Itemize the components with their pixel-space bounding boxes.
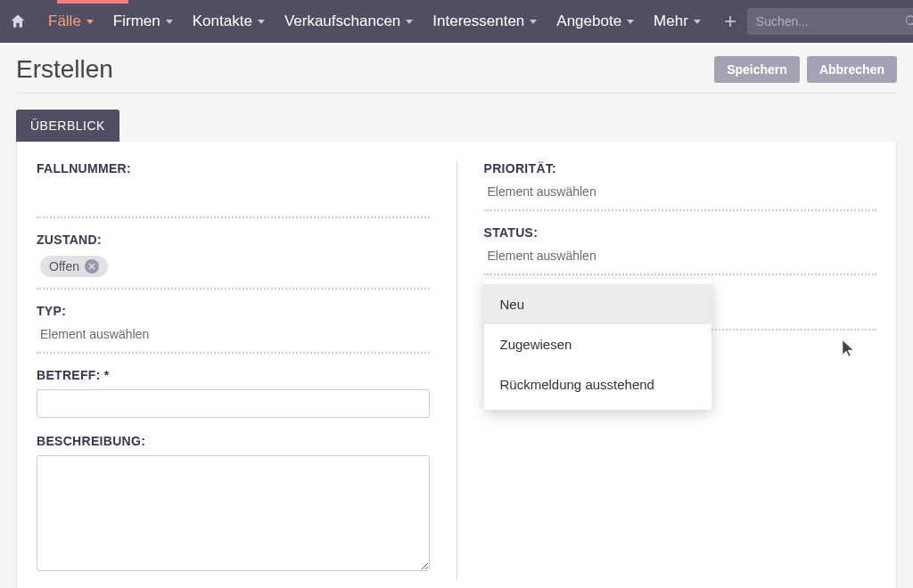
nav-label: Mehr xyxy=(654,12,688,30)
nav-label: Verkaufschancen xyxy=(284,12,400,30)
chevron-down-icon xyxy=(86,20,94,24)
nav-label: Angebote xyxy=(556,12,621,30)
cursor-icon xyxy=(842,339,854,357)
beschreibung-textarea[interactable] xyxy=(37,455,430,571)
status-option-neu[interactable]: Neu xyxy=(484,284,711,324)
right-column: PRIORITÄT: Element auswählen STATUS: Ele… xyxy=(484,161,877,580)
nav-item-angebote[interactable]: Angebote xyxy=(549,7,641,36)
nav-item-kontakte[interactable]: Kontakte xyxy=(185,7,272,36)
nav-item-interessenten[interactable]: Interessenten xyxy=(425,7,544,36)
separator xyxy=(484,209,877,211)
prioritaet-select[interactable]: Element auswählen xyxy=(484,183,877,200)
betreff-input[interactable] xyxy=(37,389,430,418)
separator xyxy=(484,274,877,275)
form-panel: FALLNUMMER: ZUSTAND: Offen TYP: Element … xyxy=(16,142,897,588)
fallnummer-value xyxy=(37,183,430,208)
column-divider xyxy=(456,161,457,580)
plus-icon[interactable] xyxy=(722,11,738,32)
home-icon[interactable] xyxy=(9,9,27,34)
zustand-label: ZUSTAND: xyxy=(37,233,430,247)
nav-item-firmen[interactable]: Firmen xyxy=(106,7,180,36)
tab-overview[interactable]: ÜBERBLICK xyxy=(16,110,119,142)
separator xyxy=(37,288,430,290)
chevron-down-icon xyxy=(258,20,265,24)
zustand-tag[interactable]: Offen xyxy=(40,256,108,277)
save-button[interactable]: Speichern xyxy=(714,56,800,83)
chevron-down-icon xyxy=(166,20,173,24)
separator xyxy=(37,352,430,354)
search-icon xyxy=(904,14,913,29)
search-wrap xyxy=(747,8,913,35)
status-label: STATUS: xyxy=(484,225,877,240)
nav-label: Kontakte xyxy=(193,12,252,30)
nav-item-faelle[interactable]: Fälle xyxy=(41,7,101,36)
cancel-button[interactable]: Abbrechen xyxy=(807,56,897,83)
nav-item-mehr[interactable]: Mehr xyxy=(646,7,708,36)
chevron-down-icon xyxy=(694,20,701,24)
typ-label: TYP: xyxy=(37,304,430,318)
chevron-down-icon xyxy=(627,20,634,24)
header-buttons: Speichern Abbrechen xyxy=(714,56,897,83)
typ-select[interactable]: Element auswählen xyxy=(37,325,430,343)
nav-label: Fälle xyxy=(48,12,81,30)
beschreibung-label: BESCHREIBUNG: xyxy=(37,434,430,448)
chevron-down-icon xyxy=(406,20,413,24)
prioritaet-label: PRIORITÄT: xyxy=(484,161,877,176)
nav: Fälle Firmen Kontakte Verkaufschancen In… xyxy=(41,7,708,36)
fallnummer-label: FALLNUMMER: xyxy=(37,161,430,176)
nav-label: Interessenten xyxy=(432,12,524,30)
close-icon[interactable] xyxy=(85,259,99,274)
left-column: FALLNUMMER: ZUSTAND: Offen TYP: Element … xyxy=(37,161,430,580)
search-input[interactable] xyxy=(747,8,913,35)
status-option-rueckmeldung[interactable]: Rückmeldung ausstehend xyxy=(484,364,711,404)
tab-row: ÜBERBLICK xyxy=(0,110,913,142)
nav-item-verkaufschancen[interactable]: Verkaufschancen xyxy=(277,7,420,36)
zustand-tag-label: Offen xyxy=(49,259,79,274)
betreff-label: BETREFF: * xyxy=(37,368,430,382)
status-dropdown: Neu Zugewiesen Rückmeldung ausstehend xyxy=(484,279,711,410)
topbar: Fälle Firmen Kontakte Verkaufschancen In… xyxy=(0,0,913,43)
divider xyxy=(16,93,897,94)
status-option-zugewiesen[interactable]: Zugewiesen xyxy=(484,324,711,364)
separator xyxy=(37,216,430,218)
page-header: Erstellen Speichern Abbrechen xyxy=(0,43,913,93)
status-select[interactable]: Element auswählen xyxy=(484,247,877,265)
page-title: Erstellen xyxy=(16,55,113,84)
chevron-down-icon xyxy=(530,20,537,24)
nav-label: Firmen xyxy=(113,12,160,30)
